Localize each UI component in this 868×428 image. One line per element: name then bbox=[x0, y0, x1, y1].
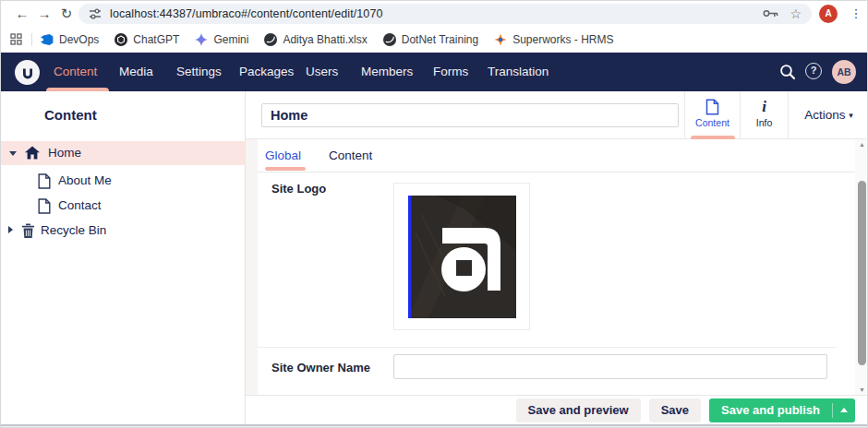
field-divider bbox=[258, 347, 837, 348]
tabs-divider bbox=[258, 172, 855, 172]
publish-options-caret-icon[interactable] bbox=[833, 408, 855, 412]
save-and-publish-button[interactable]: Save and publish bbox=[709, 398, 855, 422]
bookmark-aditya-xlsx[interactable]: Aditya Bhatti.xlsx bbox=[264, 33, 367, 46]
active-tab-underline bbox=[265, 167, 306, 171]
url-text: localhost:44387/umbraco#/content/content… bbox=[110, 7, 382, 20]
caret-right-icon[interactable] bbox=[8, 226, 13, 233]
umbraco-logo[interactable] bbox=[15, 60, 40, 85]
tree-item-home[interactable]: Home bbox=[1, 141, 246, 165]
content-tree-sidebar: Content Home About Me Contact R bbox=[1, 91, 246, 424]
bookmarks-divider bbox=[31, 33, 32, 46]
tree-item-about-me[interactable]: About Me bbox=[1, 169, 246, 193]
bookmark-chatgpt[interactable]: ChatGPT bbox=[115, 33, 179, 46]
browser-toolbar: ← → ↻ localhost:44387/umbraco#/content/c… bbox=[1, 1, 868, 27]
panel-left-gutter bbox=[246, 139, 258, 395]
superworks-icon bbox=[494, 33, 507, 46]
globe-icon bbox=[264, 33, 277, 46]
content-app-tab-info[interactable]: i Info bbox=[740, 91, 788, 139]
editor-panel: Content i Info Actions ▾ Global Content … bbox=[246, 91, 868, 424]
browser-profile-avatar[interactable]: A bbox=[819, 5, 838, 23]
editor-header: Content i Info Actions ▾ bbox=[246, 91, 868, 139]
umbraco-top-nav: Content Media Settings Packages Users Me… bbox=[1, 53, 868, 91]
sidebar-section-title: Content bbox=[44, 107, 97, 123]
tree-item-recycle-bin[interactable]: Recycle Bin bbox=[1, 219, 246, 243]
editor-scroll-area: Global Content Site Logo bbox=[246, 139, 868, 395]
caret-down-icon: ▾ bbox=[849, 111, 853, 120]
nav-item-translation[interactable]: Translation bbox=[488, 53, 549, 91]
reload-icon[interactable]: ↻ bbox=[55, 3, 78, 25]
actions-dropdown[interactable]: Actions ▾ bbox=[788, 91, 868, 139]
tab-content[interactable]: Content bbox=[329, 149, 372, 162]
nav-item-members[interactable]: Members bbox=[361, 53, 413, 91]
address-bar[interactable]: localhost:44387/umbraco#/content/content… bbox=[78, 4, 812, 24]
trash-icon bbox=[21, 223, 35, 243]
save-and-preview-button[interactable]: Save and preview bbox=[516, 398, 641, 422]
nav-item-users[interactable]: Users bbox=[306, 53, 338, 91]
scroll-up-icon[interactable]: ▲ bbox=[855, 141, 868, 148]
site-logo-image bbox=[408, 196, 516, 318]
devops-icon bbox=[41, 33, 54, 46]
content-doc-icon bbox=[685, 98, 740, 115]
apps-grid-icon[interactable] bbox=[10, 33, 22, 45]
editor-footer: Save and preview Save Save and publish bbox=[246, 395, 868, 424]
gemini-icon bbox=[195, 33, 208, 46]
document-icon bbox=[38, 173, 51, 193]
search-icon[interactable] bbox=[779, 64, 796, 84]
chatgpt-icon bbox=[115, 33, 127, 46]
nav-item-settings[interactable]: Settings bbox=[176, 53, 222, 91]
home-icon bbox=[25, 146, 40, 163]
bookmark-superworks[interactable]: Superworks - HRMS bbox=[494, 33, 613, 46]
tab-global[interactable]: Global bbox=[265, 149, 301, 162]
bookmark-dotnet-training[interactable]: DotNet Training bbox=[383, 33, 478, 46]
bookmark-gemini[interactable]: Gemini bbox=[195, 33, 248, 46]
nav-item-media[interactable]: Media bbox=[119, 53, 153, 91]
scroll-down-icon[interactable]: ▼ bbox=[855, 386, 868, 393]
bookmark-devops[interactable]: DevOps bbox=[41, 33, 99, 46]
site-owner-input[interactable] bbox=[393, 354, 827, 379]
user-avatar[interactable]: AB bbox=[832, 60, 856, 84]
caret-down-icon[interactable] bbox=[9, 151, 17, 156]
node-title-input[interactable] bbox=[261, 103, 679, 127]
vertical-scrollbar[interactable]: ▲ ▼ bbox=[855, 139, 868, 395]
tree-item-contact[interactable]: Contact bbox=[1, 194, 246, 218]
save-button[interactable]: Save bbox=[649, 398, 701, 422]
globe-icon bbox=[383, 33, 396, 46]
site-logo-media-picker[interactable] bbox=[393, 183, 530, 330]
nav-item-content[interactable]: Content bbox=[54, 53, 97, 91]
site-owner-label: Site Owner Name bbox=[271, 361, 370, 374]
nav-item-packages[interactable]: Packages bbox=[239, 53, 294, 91]
back-icon[interactable]: ← bbox=[11, 3, 33, 25]
bookmarks-bar: DevOps ChatGPT Gemini Aditya Bhatti.xlsx… bbox=[1, 27, 868, 53]
password-key-icon[interactable] bbox=[763, 6, 779, 22]
scrollbar-thumb[interactable] bbox=[858, 181, 866, 365]
site-settings-icon[interactable] bbox=[89, 7, 102, 20]
browser-menu-icon[interactable]: ⋮ bbox=[848, 3, 864, 25]
nav-item-forms[interactable]: Forms bbox=[433, 53, 468, 91]
content-app-tab-content[interactable]: Content bbox=[684, 91, 740, 139]
forward-icon[interactable]: → bbox=[33, 3, 55, 25]
bookmark-star-icon[interactable]: ☆ bbox=[790, 4, 802, 24]
site-logo-label: Site Logo bbox=[271, 182, 326, 196]
browser-window: ← → ↻ localhost:44387/umbraco#/content/c… bbox=[0, 0, 868, 428]
help-icon[interactable]: ? bbox=[805, 63, 822, 79]
document-icon bbox=[38, 198, 51, 218]
info-icon: i bbox=[762, 98, 766, 115]
